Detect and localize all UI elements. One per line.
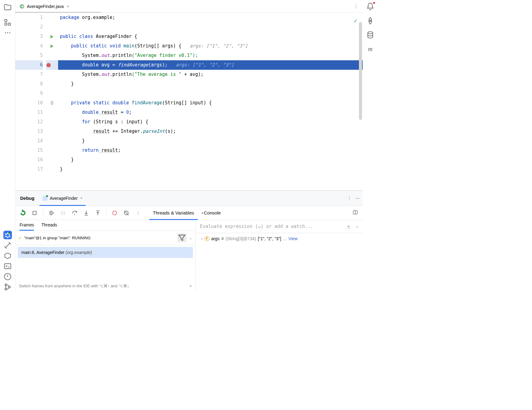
svg-point-15 (113, 211, 117, 215)
thread-name: "main"@1 in group "main": RUNNING (24, 236, 91, 240)
structure-icon[interactable] (3, 18, 12, 27)
threads-tab[interactable]: Threads (41, 222, 57, 230)
minimize-icon[interactable]: — (356, 196, 360, 200)
stack-frame[interactable]: main:6, AverageFinder (org.example) (18, 247, 193, 258)
project-icon[interactable] (3, 3, 12, 12)
threads-variables-tab[interactable]: Threads & Variables (149, 206, 198, 220)
right-tool-rail: m (363, 0, 378, 291)
svg-rect-14 (33, 211, 36, 214)
stop-icon[interactable] (31, 210, 38, 216)
chevron-down-icon[interactable]: ⌄ (356, 223, 358, 230)
variables-pane: Evaluate expression (↵) or add a watch..… (196, 220, 363, 291)
svg-point-4 (7, 32, 8, 33)
code-editor[interactable]: 1 2 3 4 5 6 7 8 9 10 11 12 13 14 15 16 1 (15, 13, 363, 190)
pause-icon[interactable] (60, 210, 66, 216)
notifications-icon[interactable] (366, 2, 375, 11)
scrollbar-thumb[interactable] (359, 22, 362, 120)
evaluate-input[interactable]: Evaluate expression (↵) or add a watch..… (196, 220, 363, 233)
problems-icon[interactable] (3, 272, 12, 281)
add-watch-icon[interactable] (346, 223, 351, 230)
thread-row[interactable]: ✓ "main"@1 in group "main": RUNNING ⌄ (15, 231, 195, 245)
step-into-icon[interactable] (83, 210, 90, 216)
step-over-icon[interactable] (71, 210, 78, 216)
param-icon: P (205, 236, 209, 241)
debug-tool-icon[interactable] (3, 231, 12, 239)
java-class-icon (20, 4, 24, 9)
kebab-icon[interactable]: ⋮ (347, 196, 351, 200)
chevron-down-icon[interactable]: ⌄ (189, 236, 192, 240)
svg-point-6 (6, 233, 9, 237)
editor-tabbar: AverageFinder.java × ⋮ (15, 0, 363, 13)
svg-point-3 (5, 32, 6, 33)
left-tool-rail (0, 0, 15, 291)
more-actions-icon[interactable]: ⋮ (135, 210, 141, 216)
svg-marker-7 (5, 253, 10, 259)
rerun-icon[interactable] (20, 210, 26, 216)
svg-rect-0 (5, 20, 7, 22)
svg-rect-2 (8, 23, 10, 25)
terminal-icon[interactable] (3, 262, 12, 270)
run-gutter-icon[interactable] (50, 44, 54, 48)
override-icon[interactable]: @ (50, 98, 53, 108)
debug-session-tab[interactable]: AverageFinder × (39, 191, 86, 206)
debug-toolbar: ⋮ Threads & Variables ●Console (15, 206, 363, 220)
svg-point-11 (5, 288, 7, 290)
vcs-icon[interactable] (3, 283, 12, 291)
code-area[interactable]: package org.example; public class Averag… (58, 13, 363, 190)
run-gutter-icon[interactable] (50, 35, 54, 39)
services-icon[interactable] (3, 252, 12, 260)
close-icon[interactable]: × (80, 196, 83, 200)
database-icon[interactable] (366, 31, 375, 39)
maven-icon[interactable]: m (366, 45, 375, 53)
current-exec-line: double avg = findAverage(args); args: ["… (58, 60, 363, 70)
app-run-icon (42, 196, 47, 201)
debug-panel: Debug AverageFinder × ⋮ — (15, 190, 363, 291)
line-numbers: 1 2 3 4 5 6 7 8 9 10 11 12 13 14 15 16 1 (15, 13, 46, 190)
mute-breakpoints-icon[interactable] (123, 210, 130, 216)
tab-label: AverageFinder.java (27, 4, 64, 9)
view-link[interactable]: View (288, 236, 297, 241)
view-breakpoints-icon[interactable] (111, 210, 118, 216)
close-icon[interactable]: × (189, 284, 192, 288)
svg-point-13 (20, 5, 24, 8)
close-icon[interactable]: × (66, 4, 70, 9)
svg-point-18 (370, 20, 371, 22)
debug-title: Debug (18, 196, 36, 201)
svg-rect-8 (4, 264, 11, 269)
expand-icon[interactable]: › (201, 236, 203, 241)
editor-tab[interactable]: AverageFinder.java × (15, 0, 74, 13)
thread-status-icon: ✓ (18, 236, 22, 240)
frames-pane: Frames Threads ✓ "main"@1 in group "main… (15, 220, 196, 291)
ai-icon[interactable] (366, 17, 375, 25)
inspections-ok-icon[interactable]: ✓ (354, 16, 357, 25)
build-icon[interactable] (3, 241, 12, 250)
filter-icon[interactable] (177, 233, 187, 242)
step-out-icon[interactable] (94, 210, 101, 216)
resume-icon[interactable] (48, 210, 55, 216)
svg-point-19 (368, 32, 373, 34)
svg-point-10 (5, 284, 7, 286)
more-icon[interactable] (3, 28, 12, 37)
breakpoint-icon[interactable] (46, 63, 51, 67)
tip-banner: Switch frames from anywhere in the IDE w… (15, 281, 195, 291)
svg-point-12 (8, 286, 10, 288)
console-tab[interactable]: ●Console (198, 206, 224, 220)
svg-point-5 (9, 32, 10, 33)
variable-row[interactable]: › P args = {String[3]@734} ["1", "2", "3… (196, 233, 363, 244)
svg-rect-1 (5, 23, 7, 25)
gutter-icons: @ (46, 13, 58, 190)
editor-menu-icon[interactable]: ⋮ (353, 3, 358, 9)
layout-icon[interactable] (352, 209, 358, 216)
frames-tab[interactable]: Frames (20, 222, 34, 230)
